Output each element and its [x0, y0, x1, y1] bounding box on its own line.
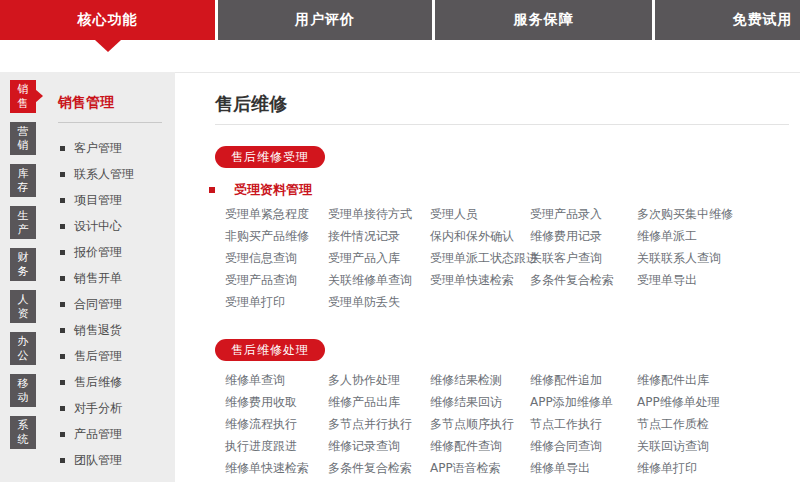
feature-link[interactable]: 节点工作执行: [530, 413, 637, 435]
feature-link[interactable]: 关联客户查询: [530, 247, 637, 269]
submenu-item[interactable]: 设计中心: [60, 213, 175, 239]
submenu-item[interactable]: 合同管理: [60, 291, 175, 317]
feature-link[interactable]: 关联回访查询: [637, 435, 789, 457]
bullet-icon: [60, 354, 65, 359]
feature-link[interactable]: 受理单防丢失: [328, 291, 430, 313]
module-tab-hr[interactable]: 人资: [10, 290, 36, 323]
bullet-icon: [60, 224, 65, 229]
feature-link[interactable]: 维修费用收取: [225, 391, 328, 413]
tab-label: 用户评价: [295, 11, 355, 29]
module-tab-production[interactable]: 生产: [10, 206, 36, 239]
module-tab-mobile[interactable]: 移动: [10, 374, 36, 407]
submenu-item-label: 销售开单: [74, 270, 122, 287]
submenu-item[interactable]: 团队管理: [60, 447, 175, 473]
submenu-item-label: 团队管理: [74, 452, 122, 469]
feature-link[interactable]: 受理单接待方式: [328, 203, 430, 225]
feature-link[interactable]: 受理单派工状态跟进: [430, 247, 530, 269]
feature-link[interactable]: 维修结果回访: [430, 391, 530, 413]
module-tab-marketing[interactable]: 营销: [10, 122, 36, 155]
feature-link[interactable]: 受理产品查询: [225, 269, 328, 291]
bullet-icon: [60, 146, 65, 151]
module-tab-office[interactable]: 办公: [10, 332, 36, 365]
feature-link[interactable]: 执行进度跟进: [225, 435, 328, 457]
feature-link[interactable]: 维修单派工: [637, 225, 789, 247]
submenu-item-label: 报价管理: [74, 244, 122, 261]
feature-link[interactable]: 节点工作质检: [637, 413, 789, 435]
feature-link[interactable]: 维修配件追加: [530, 369, 637, 391]
feature-link[interactable]: 多次购买集中维修: [637, 203, 789, 225]
feature-link[interactable]: 受理信息查询: [225, 247, 328, 269]
active-module-arrow-icon: [35, 89, 43, 103]
module-tab-system[interactable]: 系统: [10, 416, 36, 449]
feature-link[interactable]: 受理单打印: [225, 291, 328, 313]
submenu-item-label: 设计中心: [74, 218, 122, 235]
tab-free-trial[interactable]: 免费试用: [655, 0, 800, 40]
module-tab-finance[interactable]: 财务: [10, 248, 36, 281]
feature-link[interactable]: 多条件复合检索: [530, 269, 637, 291]
tab-core-features[interactable]: 核心功能: [0, 0, 215, 40]
feature-link[interactable]: 接件情况记录: [328, 225, 430, 247]
submenu-item[interactable]: 售后管理: [60, 343, 175, 369]
top-nav: 核心功能 用户评价 服务保障 免费试用: [0, 0, 800, 40]
submenu-item[interactable]: 产品管理: [60, 421, 175, 447]
feature-links-processing: 维修单查询 多人协作处理 维修结果检测 维修配件追加 维修配件出库 维修费用收取…: [225, 369, 789, 479]
tab-service-guarantee[interactable]: 服务保障: [435, 0, 652, 40]
submenu-item-label: 合同管理: [74, 296, 122, 313]
bullet-icon: [60, 172, 65, 177]
submenu-item-label: 售后管理: [74, 348, 122, 365]
feature-link[interactable]: 维修单快速检索: [225, 457, 328, 479]
feature-link[interactable]: 关联联系人查询: [637, 247, 789, 269]
feature-link[interactable]: 保内和保外确认: [430, 225, 530, 247]
submenu-item[interactable]: 报价管理: [60, 239, 175, 265]
submenu-list: 客户管理 联系人管理 项目管理 设计中心: [58, 135, 175, 473]
feature-link[interactable]: 维修配件查询: [430, 435, 530, 457]
submenu-item[interactable]: 售后维修: [60, 369, 175, 395]
feature-link[interactable]: 维修结果检测: [430, 369, 530, 391]
feature-link[interactable]: 关联维修单查询: [328, 269, 430, 291]
section-badge-acceptance: 售后维修受理: [215, 146, 325, 168]
page-title: 售后维修: [215, 93, 789, 115]
module-tab-inventory[interactable]: 库存: [10, 164, 36, 197]
feature-link[interactable]: 维修产品出库: [328, 391, 430, 413]
feature-link[interactable]: APP添加维修单: [530, 391, 637, 413]
subsection-title-label: 受理资料管理: [234, 181, 312, 199]
submenu-item-label: 对手分析: [74, 400, 122, 417]
feature-link[interactable]: 受理产品录入: [530, 203, 637, 225]
tab-user-reviews[interactable]: 用户评价: [218, 0, 432, 40]
section-badge-processing: 售后维修处理: [215, 339, 325, 361]
feature-link[interactable]: 多节点并行执行: [328, 413, 430, 435]
submenu-item[interactable]: 对手分析: [60, 395, 175, 421]
feature-link[interactable]: APP维修单处理: [637, 391, 789, 413]
feature-link[interactable]: 非购买产品维修: [225, 225, 328, 247]
submenu-panel: 销售管理 客户管理 联系人管理 项目管理: [58, 72, 175, 473]
feature-link[interactable]: 多条件复合检索: [328, 457, 430, 479]
feature-link[interactable]: 多节点顺序执行: [430, 413, 530, 435]
feature-link[interactable]: 受理人员: [430, 203, 530, 225]
submenu-item[interactable]: 销售退货: [60, 317, 175, 343]
feature-link[interactable]: 维修记录查询: [328, 435, 430, 457]
feature-links-acceptance: 受理单紧急程度 受理单接待方式 受理人员 受理产品录入 多次购买集中维修 非购买…: [225, 203, 789, 313]
feature-link[interactable]: 受理产品入库: [328, 247, 430, 269]
feature-link[interactable]: 维修单打印: [637, 457, 789, 479]
submenu-item[interactable]: 销售开单: [60, 265, 175, 291]
feature-link[interactable]: 受理单导出: [637, 269, 789, 291]
feature-link[interactable]: 多人协作处理: [328, 369, 430, 391]
feature-link[interactable]: 维修单导出: [530, 457, 637, 479]
module-tab-sales[interactable]: 销售: [10, 80, 36, 113]
feature-link[interactable]: 维修费用记录: [530, 225, 637, 247]
feature-link[interactable]: 维修流程执行: [225, 413, 328, 435]
submenu-item-label: 客户管理: [74, 140, 122, 157]
feature-link[interactable]: APP语音检索: [430, 457, 530, 479]
feature-link[interactable]: 维修单查询: [225, 369, 328, 391]
feature-link[interactable]: 维修配件出库: [637, 369, 789, 391]
submenu-item[interactable]: 项目管理: [60, 187, 175, 213]
bullet-icon: [60, 198, 65, 203]
feature-link[interactable]: 维修合同查询: [530, 435, 637, 457]
module-tab-label: 人资: [17, 293, 29, 321]
sidebar: 销售 营销 库存 生产 财务 人资 办公 移动: [0, 72, 175, 482]
main-content: 售后维修 售后维修受理 受理资料管理 受理单紧急程度 受理单接待方式 受理人员 …: [175, 72, 800, 482]
submenu-item[interactable]: 联系人管理: [60, 161, 175, 187]
submenu-item[interactable]: 客户管理: [60, 135, 175, 161]
feature-link[interactable]: 受理单紧急程度: [225, 203, 328, 225]
feature-link[interactable]: 受理单快速检索: [430, 269, 530, 291]
